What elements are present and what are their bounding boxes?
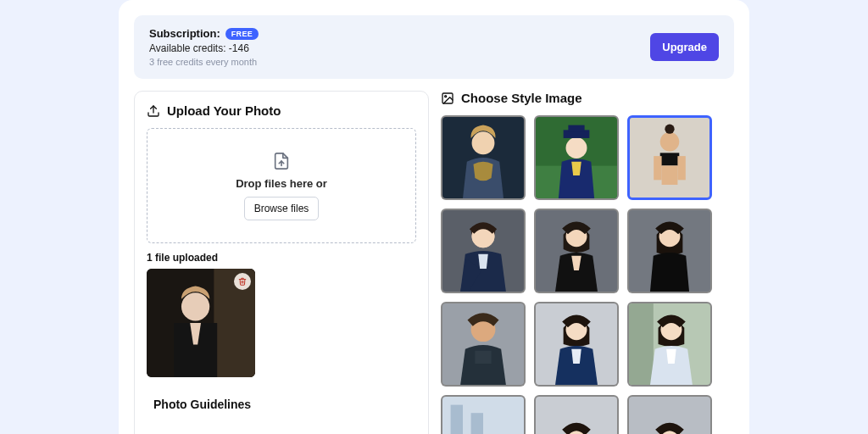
svg-point-12 — [566, 137, 587, 159]
subscription-info: Subscription: FREE Available credits: -1… — [149, 27, 259, 67]
upload-status: 1 file uploaded — [147, 252, 416, 264]
credits-text: Available credits: -146 — [149, 42, 259, 54]
svg-point-4 — [181, 292, 209, 320]
style-option-10[interactable] — [534, 395, 619, 434]
style-option-3[interactable] — [441, 209, 526, 293]
style-option-0[interactable] — [441, 115, 526, 200]
svg-rect-18 — [660, 153, 680, 165]
upload-panel: Upload Your Photo Drop files here or Bro… — [134, 91, 429, 434]
style-title: Choose Style Image — [461, 91, 582, 105]
credits-note: 3 free credits every month — [149, 57, 259, 67]
style-option-6[interactable] — [441, 302, 526, 387]
svg-point-16 — [660, 132, 680, 152]
svg-rect-21 — [677, 156, 685, 180]
svg-rect-20 — [654, 156, 661, 180]
dropzone[interactable]: Drop files here or Browse files — [147, 128, 416, 243]
image-icon — [441, 92, 454, 105]
style-option-5[interactable] — [627, 209, 712, 293]
svg-point-7 — [445, 95, 447, 97]
upload-icon — [147, 104, 160, 118]
upload-title: Upload Your Photo — [167, 103, 281, 118]
style-grid — [441, 115, 734, 434]
guidelines-title: Photo Guidelines — [153, 398, 428, 411]
svg-rect-42 — [451, 405, 463, 434]
upgrade-button[interactable]: Upgrade — [650, 33, 719, 61]
file-upload-icon — [272, 152, 291, 170]
svg-rect-19 — [662, 165, 678, 185]
style-option-11[interactable] — [627, 395, 712, 434]
delete-thumbnail-button[interactable] — [234, 273, 251, 290]
svg-rect-38 — [629, 303, 654, 385]
uploaded-thumbnail[interactable] — [147, 269, 255, 377]
style-option-8[interactable] — [627, 302, 712, 387]
svg-rect-43 — [471, 413, 483, 434]
style-option-1[interactable] — [534, 115, 619, 200]
trash-icon — [238, 277, 247, 286]
style-option-9[interactable] — [441, 395, 526, 434]
style-option-4[interactable] — [534, 209, 619, 293]
subscription-badge: FREE — [225, 28, 259, 40]
svg-rect-14 — [568, 125, 584, 132]
svg-rect-33 — [475, 351, 491, 364]
main-card: Subscription: FREE Available credits: -1… — [119, 0, 749, 434]
svg-point-17 — [665, 125, 674, 134]
svg-point-9 — [472, 131, 495, 154]
subscription-banner: Subscription: FREE Available credits: -1… — [134, 15, 734, 79]
style-option-7[interactable] — [534, 302, 619, 387]
subscription-label: Subscription: — [149, 27, 220, 40]
drop-text: Drop files here or — [236, 177, 327, 190]
style-panel: Choose Style Image — [441, 91, 734, 434]
style-option-2[interactable] — [627, 115, 712, 200]
browse-button[interactable]: Browse files — [244, 197, 320, 220]
